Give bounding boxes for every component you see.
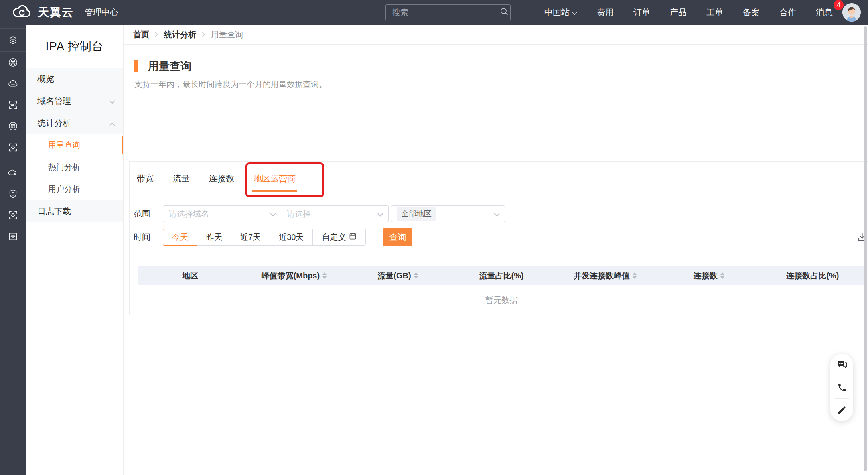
usage-table: 地区 峰值带宽(Mbps) 流量(GB) 流量占比(%) 并发连接数峰值 — [138, 266, 864, 315]
topbar-menu: 中国站 费用 订单 产品 工单 备案 合作 消息 4 — [544, 0, 833, 25]
nav-item-orders[interactable]: 订单 — [633, 7, 650, 18]
column-label: 流量占比(%) — [479, 270, 523, 281]
empty-state-text: 暂无数据 — [138, 285, 864, 315]
scan-diamond-icon[interactable] — [0, 137, 26, 158]
nav-item-products[interactable]: 产品 — [670, 7, 687, 18]
dots-circle-icon[interactable] — [0, 52, 26, 73]
search-icon[interactable] — [499, 7, 509, 18]
time-button-yesterday[interactable]: 昨天 — [197, 229, 231, 246]
messages-label: 消息 — [816, 7, 833, 18]
chevron-down-icon — [377, 209, 383, 219]
col-concurrent-peak[interactable]: 并发连接数峰值 — [553, 270, 657, 281]
breadcrumb-home[interactable]: 首页 — [133, 29, 149, 40]
nav-item-fees[interactable]: 费用 — [597, 7, 614, 18]
calendar-icon — [349, 232, 357, 242]
pencil-icon[interactable] — [830, 399, 853, 421]
browser-circle-icon[interactable] — [0, 116, 26, 137]
rail-spacer — [0, 158, 26, 162]
global-search — [385, 4, 511, 20]
tab-region-carrier[interactable]: 地区运营商 — [254, 162, 296, 191]
time-filter-row: 时间 今天 昨天 近7天 近30天 自定义 查询 — [134, 228, 868, 246]
column-label: 流量(GB) — [377, 270, 411, 281]
chevron-down-icon — [270, 209, 276, 219]
sort-icon — [322, 272, 327, 279]
shield-drop-icon[interactable] — [0, 183, 26, 205]
floating-contact-panel — [830, 354, 853, 421]
time-button-7days[interactable]: 近7天 — [231, 229, 270, 246]
breadcrumb-current: 用量查询 — [211, 29, 243, 40]
sort-icon — [720, 272, 724, 279]
sidebar-item-usage-query[interactable]: 用量查询 — [26, 134, 123, 156]
tab-bandwidth[interactable]: 带宽 — [137, 162, 154, 191]
breadcrumb-statistics[interactable]: 统计分析 — [164, 29, 196, 40]
time-label: 时间 — [134, 231, 163, 243]
chevron-right-icon — [155, 30, 158, 39]
cloud-icon[interactable] — [0, 73, 26, 94]
sidebar-item-domain-management[interactable]: 域名管理 — [26, 90, 123, 112]
tab-connections[interactable]: 连接数 — [209, 162, 234, 191]
sidebar-item-label: 统计分析 — [37, 118, 71, 129]
custom-time-label: 自定义 — [322, 232, 346, 243]
wc-brackets-icon[interactable] — [0, 94, 26, 116]
sort-icon — [414, 272, 418, 279]
message-count-badge: 4 — [834, 0, 844, 10]
page-subtitle: 支持一年内，最长时间跨度为一个月的用量数据查询。 — [134, 79, 868, 90]
scope-label: 范围 — [134, 208, 163, 219]
sidebar-item-overview[interactable]: 概览 — [26, 68, 123, 90]
screen-eye-icon[interactable] — [0, 226, 26, 247]
cloud-cursor-icon[interactable] — [0, 162, 26, 183]
scrollbar-thumb[interactable] — [864, 26, 867, 471]
phone-icon[interactable] — [830, 376, 853, 398]
domain-select[interactable]: 请选择域名 — [163, 205, 281, 222]
col-connections[interactable]: 连接数 — [657, 270, 761, 281]
col-peak-bandwidth[interactable]: 峰值带宽(Mbps) — [242, 270, 346, 281]
region-chip[interactable]: 全部地区 — [397, 207, 436, 221]
content-card: 带宽 流量 连接数 地区运营商 范围 请选择域名 请选择 — [129, 161, 868, 315]
brand-name: 天翼云 — [38, 5, 74, 20]
column-label: 并发连接数峰值 — [574, 270, 630, 281]
time-button-today[interactable]: 今天 — [163, 229, 197, 246]
secondary-select-placeholder: 请选择 — [287, 209, 311, 219]
col-region: 地区 — [138, 270, 242, 281]
chevron-right-icon — [202, 30, 205, 39]
chevron-down-icon — [109, 96, 115, 106]
col-traffic-ratio: 流量占比(%) — [450, 270, 554, 281]
chat-icon[interactable] — [830, 354, 853, 376]
sidebar-item-log-download[interactable]: 日志下载 — [26, 200, 123, 222]
title-accent-bar — [134, 60, 138, 72]
main-content: 首页 统计分析 用量查询 用量查询 支持一年内，最长时间跨度为一个月的用量数据查… — [124, 25, 868, 475]
brand-logo[interactable]: 天翼云 — [10, 0, 74, 25]
user-avatar[interactable] — [842, 3, 861, 22]
sidebar-item-hot-analysis[interactable]: 热门分析 — [26, 156, 123, 178]
icon-rail — [0, 25, 26, 475]
sidebar: IPA 控制台 概览 域名管理 统计分析 用量查询 热门分析 用户分析 日志下载 — [26, 25, 124, 475]
column-label: 连接数 — [694, 270, 718, 281]
tab-bar: 带宽 流量 连接数 地区运营商 — [134, 162, 868, 191]
sidebar-title: IPA 控制台 — [26, 25, 123, 68]
time-button-30days[interactable]: 近30天 — [270, 229, 313, 246]
nav-item-messages[interactable]: 消息 4 — [816, 7, 833, 18]
secondary-select[interactable]: 请选择 — [281, 205, 389, 222]
time-button-custom[interactable]: 自定义 — [312, 229, 366, 246]
region-selector[interactable]: 中国站 — [544, 7, 577, 18]
region-select[interactable]: 全部地区 — [391, 205, 505, 222]
top-navbar: 天翼云 管理中心 中国站 费用 订单 产品 工单 备案 合作 消息 — [0, 0, 868, 25]
cloud-logo-icon — [10, 4, 34, 21]
table-header-row: 地区 峰值带宽(Mbps) 流量(GB) 流量占比(%) 并发连接数峰值 — [138, 266, 864, 285]
tab-traffic[interactable]: 流量 — [173, 162, 190, 191]
col-traffic[interactable]: 流量(GB) — [346, 270, 450, 281]
nav-item-partners[interactable]: 合作 — [779, 7, 796, 18]
col-connections-ratio: 连接数占比(%) — [761, 270, 864, 281]
page-title: 用量查询 — [148, 59, 191, 73]
search-input[interactable] — [391, 8, 499, 18]
nav-item-icp[interactable]: 备案 — [743, 7, 760, 18]
console-center-link[interactable]: 管理中心 — [85, 0, 118, 25]
scan-diamond-icon[interactable] — [0, 205, 26, 226]
sidebar-item-user-analysis[interactable]: 用户分析 — [26, 178, 123, 200]
sidebar-item-statistics[interactable]: 统计分析 — [26, 112, 123, 134]
layers-icon[interactable] — [0, 29, 26, 51]
query-button[interactable]: 查询 — [383, 228, 412, 246]
nav-item-tickets[interactable]: 工单 — [706, 7, 723, 18]
region-label: 中国站 — [544, 7, 570, 18]
chevron-up-icon — [109, 118, 115, 128]
